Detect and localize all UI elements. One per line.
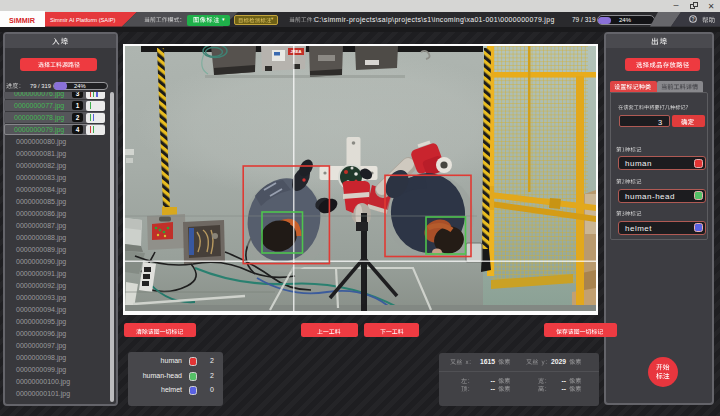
svg-text:?: ?	[691, 16, 694, 22]
svg-text:JREA: JREA	[290, 49, 301, 54]
